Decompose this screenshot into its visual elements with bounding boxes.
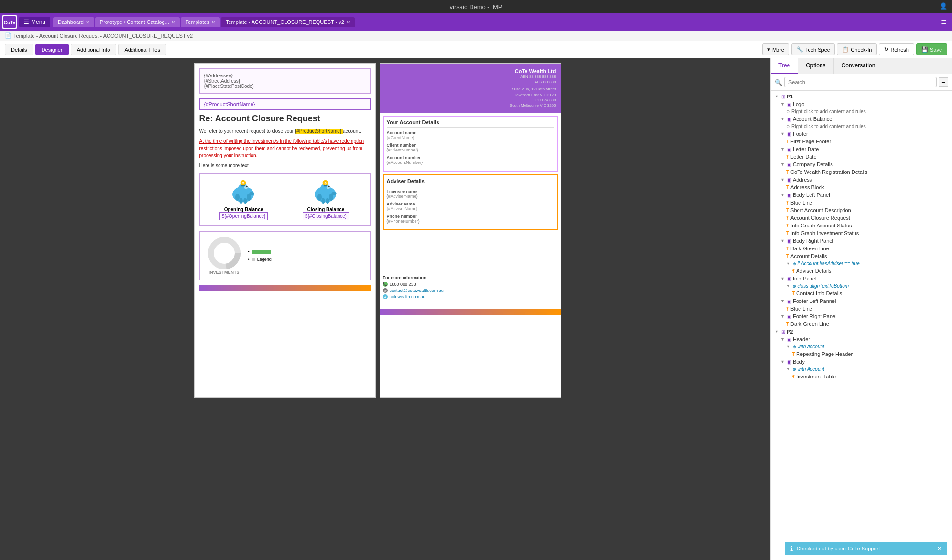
user-icon[interactable]: 👤 bbox=[940, 2, 947, 10]
block-icon: ▣ bbox=[787, 117, 791, 122]
tree-item[interactable]: ŦInvestment Table bbox=[771, 373, 952, 380]
canvas-area[interactable]: {#Addressee} {#StreetAddress} {#PlaceSta… bbox=[0, 58, 770, 560]
tree-arrow: ▼ bbox=[780, 238, 785, 243]
more-button[interactable]: ▾ More bbox=[762, 43, 789, 55]
tree-arrow: ▼ bbox=[780, 299, 785, 303]
tree-item[interactable]: ŦShort Account Description bbox=[771, 206, 952, 214]
tree-label: with Account bbox=[797, 344, 824, 349]
tab-designer[interactable]: Designer bbox=[35, 44, 69, 55]
if-icon: ψ bbox=[793, 261, 796, 266]
tree-label: Account Balance bbox=[793, 116, 832, 122]
tree-item[interactable]: ▼ψif Account.hasAdviser == true bbox=[771, 260, 952, 267]
tree-item[interactable]: ▼ψwith Account bbox=[771, 366, 952, 373]
search-input[interactable] bbox=[784, 77, 937, 87]
tree-label: Address bbox=[793, 177, 812, 183]
hamburger-icon[interactable]: ≡ bbox=[937, 17, 950, 27]
tree-item[interactable]: ŦLetter Date bbox=[771, 153, 952, 161]
breadcrumb: 📄 Template - Account Closure Request - A… bbox=[0, 31, 952, 41]
abn: ABN 88 888 888 888 bbox=[385, 74, 556, 79]
close-notification-button[interactable]: ✕ bbox=[937, 546, 941, 552]
text-icon: Ŧ bbox=[786, 231, 789, 236]
text-icon: Ŧ bbox=[786, 208, 789, 213]
tree-item[interactable]: ▼▣Body bbox=[771, 358, 952, 366]
tech-spec-button[interactable]: 🔧 Tech Spec bbox=[791, 43, 835, 55]
tab-templates[interactable]: Templates ✕ bbox=[181, 17, 220, 27]
tree-item[interactable]: ŦInfo Graph Investment Status bbox=[771, 229, 952, 237]
tree-item[interactable]: ▼⊞P2 bbox=[771, 328, 952, 335]
tree-label: P2 bbox=[787, 329, 793, 334]
tree-item[interactable]: ▼▣Account Balance bbox=[771, 115, 952, 123]
tab-prototype[interactable]: Prototype / Content Catalog... ✕ bbox=[95, 17, 180, 27]
refresh-button[interactable]: ↻ Refresh bbox=[879, 43, 914, 55]
tab-dashboard[interactable]: Dashboard ✕ bbox=[53, 17, 94, 27]
text-icon: Ŧ bbox=[786, 215, 789, 221]
street-line: {#StreetAddress} bbox=[204, 78, 366, 84]
tree-item[interactable]: ŦBlue Line bbox=[771, 199, 952, 206]
save-button[interactable]: 💾 Save bbox=[916, 43, 947, 55]
tree-item[interactable]: ▼▣Footer bbox=[771, 130, 952, 138]
tree-item[interactable]: ▼▣Footer Left Pannel bbox=[771, 297, 952, 305]
tree-arrow: ▼ bbox=[786, 345, 790, 349]
right-panel: Tree Options Conversation 🔍 − ▼⊞P1▼▣Logo… bbox=[770, 58, 952, 560]
close-icon[interactable]: ✕ bbox=[171, 20, 175, 25]
tree-arrow: ▼ bbox=[780, 117, 785, 121]
tree-label: Footer Right Panel bbox=[793, 313, 837, 319]
panel-tab-tree[interactable]: Tree bbox=[771, 58, 798, 74]
tree-item[interactable]: ŦContact Info Details bbox=[771, 290, 952, 297]
tree-item[interactable]: ▼ψwith Account bbox=[771, 343, 952, 350]
tree-item[interactable]: ŦFirst Page Footer bbox=[771, 138, 952, 145]
tree-item[interactable]: ŦAccount Closure Request bbox=[771, 214, 952, 222]
tab-details[interactable]: Details bbox=[5, 44, 33, 55]
text-icon: Ŧ bbox=[786, 154, 789, 160]
letter-body: We refer to your recent request to close… bbox=[199, 128, 371, 169]
close-icon[interactable]: ✕ bbox=[211, 20, 215, 25]
block-icon: ▣ bbox=[787, 162, 791, 167]
tree-item[interactable]: ▼▣Info Panel bbox=[771, 275, 952, 282]
collapse-button[interactable]: − bbox=[939, 77, 948, 87]
tree-item[interactable]: ▼▣Footer Right Panel bbox=[771, 312, 952, 320]
text-icon: Ŧ bbox=[792, 269, 795, 274]
close-icon[interactable]: ✕ bbox=[86, 20, 89, 25]
tree-item[interactable]: ŦAccount Details bbox=[771, 252, 952, 260]
tree-item[interactable]: ŦDark Green Line bbox=[771, 245, 952, 252]
tree-item[interactable]: ŦCoTe Wealth Registration Details bbox=[771, 168, 952, 176]
tree-item[interactable]: ▼▣Address bbox=[771, 176, 952, 183]
email-address: contact@cotewealth.com.au bbox=[390, 288, 444, 293]
info-small-icon: ⊙ bbox=[786, 109, 790, 114]
tree-arrow: ▼ bbox=[780, 177, 785, 182]
tree-item[interactable]: ▼▣Company Details bbox=[771, 161, 952, 168]
tab-additional-files[interactable]: Additional Files bbox=[118, 44, 166, 55]
check-in-button[interactable]: 📋 Check-In bbox=[837, 43, 877, 55]
tree-item[interactable]: ▼▣Body Right Panel bbox=[771, 237, 952, 245]
panel-tab-options[interactable]: Options bbox=[798, 58, 833, 74]
tree-item[interactable]: ŦDark Green Line bbox=[771, 320, 952, 328]
tab-additional-info[interactable]: Additional Info bbox=[71, 44, 117, 55]
tree-item[interactable]: ▼ψclass alignTextToBottom bbox=[771, 282, 952, 290]
tree-item[interactable]: ▼▣Logo bbox=[771, 100, 952, 108]
menu-button[interactable]: ☰ Menu bbox=[19, 17, 50, 27]
svg-point-17 bbox=[321, 198, 325, 204]
tree-item[interactable]: ▼▣Letter Date bbox=[771, 145, 952, 153]
tree-label: First Page Footer bbox=[790, 139, 831, 144]
tree-label: Logo bbox=[793, 101, 804, 107]
tree-item[interactable]: ⊙Right click to add content and rules bbox=[771, 108, 952, 115]
tree-item[interactable]: ŦAdviser Details bbox=[771, 267, 952, 275]
tree-item[interactable]: ŦInfo Graph Account Status bbox=[771, 222, 952, 229]
tree-item[interactable]: ▼⊞P1 bbox=[771, 93, 952, 100]
tree-item[interactable]: ▼▣Body Left Panel bbox=[771, 191, 952, 199]
check-in-icon: 📋 bbox=[842, 46, 849, 53]
bottom-strip bbox=[199, 285, 371, 291]
tree-label: class alignTextToBottom bbox=[797, 283, 849, 289]
panel-tab-conversation[interactable]: Conversation bbox=[834, 58, 884, 74]
tree-item[interactable]: ŦRepeating Page Header bbox=[771, 350, 952, 358]
tree-label: Info Panel bbox=[793, 276, 817, 281]
tree-item[interactable]: ŦBlue Line bbox=[771, 305, 952, 312]
tree-item[interactable]: ⊙Right click to add content and rules bbox=[771, 123, 952, 130]
tree-item[interactable]: ŦAddress Block bbox=[771, 183, 952, 191]
app-title: virsaic Demo - IMP bbox=[450, 3, 503, 11]
close-icon[interactable]: ✕ bbox=[346, 20, 350, 25]
svg-rect-12 bbox=[241, 185, 245, 186]
more-info-label: For more information bbox=[383, 275, 558, 280]
tree-item[interactable]: ▼▣Header bbox=[771, 335, 952, 343]
tab-template-edit[interactable]: Template - ACCOUNT_CLOSURE_REQUEST - v2 … bbox=[221, 17, 355, 27]
